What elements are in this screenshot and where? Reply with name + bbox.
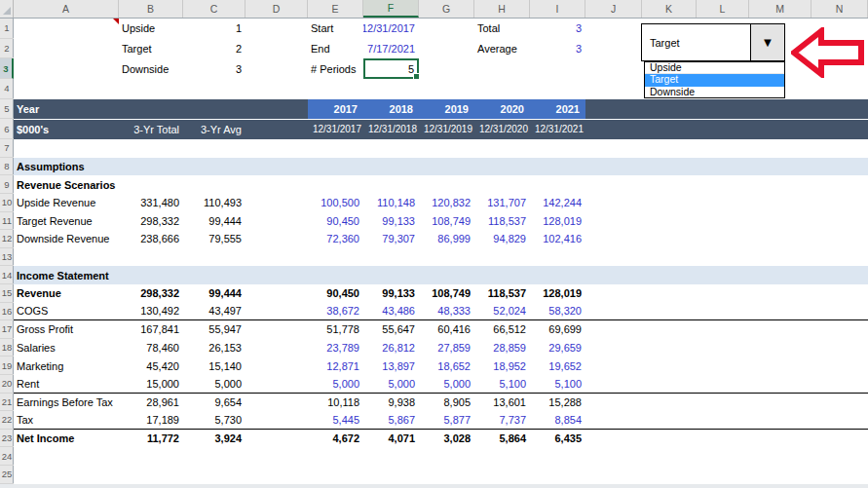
cell-G23[interactable]: 3,028	[419, 430, 474, 448]
cell-F21[interactable]: 9,938	[363, 394, 419, 412]
date-cell-2018[interactable]: 12/31/2018	[363, 120, 419, 140]
cell-I17[interactable]: 69,699	[530, 320, 585, 339]
row-header-18[interactable]: 18	[0, 339, 14, 357]
cell-E2[interactable]: End	[308, 39, 363, 59]
cell-E21[interactable]: 10,118	[308, 394, 363, 412]
row-header-10[interactable]: 10	[0, 194, 14, 212]
cell-C16[interactable]: 43,497	[183, 303, 245, 320]
cell-A10[interactable]: Upside Revenue	[14, 194, 119, 212]
cell-A18[interactable]: Salaries	[14, 339, 119, 357]
cell-B2[interactable]: Target	[119, 39, 183, 59]
cell-E17[interactable]: 51,778	[308, 320, 363, 339]
cell-I11[interactable]: 128,019	[530, 212, 585, 231]
cell-A22[interactable]: Tax	[14, 411, 119, 429]
date-cell-2020[interactable]: 12/31/2020	[474, 120, 530, 140]
column-header-H[interactable]: H	[474, 0, 530, 18]
cell-E19[interactable]: 12,871	[308, 357, 363, 375]
cell-F23[interactable]: 4,071	[363, 430, 419, 448]
cell-C12[interactable]: 79,555	[183, 230, 245, 248]
date-cell-2017[interactable]: 12/31/2017	[308, 120, 363, 140]
cell-C17[interactable]: 55,947	[183, 320, 245, 339]
row-header-15[interactable]: 15	[0, 284, 14, 303]
cell-H12[interactable]: 94,829	[474, 230, 530, 248]
column-header-E[interactable]: E	[308, 0, 363, 18]
cell-H22[interactable]: 7,737	[474, 411, 530, 429]
cell-G22[interactable]: 5,877	[419, 411, 474, 429]
cell-I20[interactable]: 5,100	[530, 375, 585, 393]
cell-A15[interactable]: Revenue	[14, 284, 119, 303]
cell-H23[interactable]: 5,864	[474, 430, 530, 448]
cell-G17[interactable]: 60,416	[419, 320, 474, 339]
row-header-24[interactable]: 24	[0, 447, 14, 466]
cell-E16[interactable]: 38,672	[308, 303, 363, 320]
cell-I18[interactable]: 29,659	[530, 339, 585, 357]
cell-C2[interactable]: 2	[183, 39, 245, 59]
column-header-A[interactable]: A	[14, 0, 119, 18]
cell-E1[interactable]: Start	[308, 19, 363, 39]
row-header-19[interactable]: 19	[0, 357, 14, 375]
cell-H20[interactable]: 5,100	[474, 375, 530, 393]
cell-I1[interactable]: 3	[530, 19, 585, 39]
row-header-6[interactable]: 6	[0, 120, 14, 140]
cell-A23[interactable]: Net Income	[14, 430, 119, 448]
cell-G19[interactable]: 18,652	[419, 357, 474, 375]
cell-H17[interactable]: 66,512	[474, 320, 530, 339]
cell-C22[interactable]: 5,730	[183, 411, 245, 429]
cell-C11[interactable]: 99,444	[183, 212, 245, 231]
cell-C10[interactable]: 110,493	[183, 194, 245, 212]
cell-H11[interactable]: 118,537	[474, 212, 530, 231]
cell-C18[interactable]: 26,153	[183, 339, 245, 357]
cell-C20[interactable]: 5,000	[183, 375, 245, 393]
row-header-7[interactable]: 7	[0, 139, 14, 158]
cell-B18[interactable]: 78,460	[119, 339, 183, 357]
cell-F20[interactable]: 5,000	[363, 375, 419, 393]
cell-I10[interactable]: 142,244	[530, 194, 585, 212]
row-header-8[interactable]: 8	[0, 158, 14, 176]
cell-F17[interactable]: 55,647	[363, 320, 419, 339]
cell-E15[interactable]: 90,450	[308, 284, 363, 303]
column-header-C[interactable]: C	[183, 0, 245, 18]
row-header-3[interactable]: 3	[0, 58, 14, 79]
column-header-N[interactable]: N	[811, 0, 868, 18]
cell-B11[interactable]: 298,332	[119, 212, 183, 231]
cell-F12[interactable]: 79,307	[363, 230, 419, 248]
scenario-dropdown-field[interactable]: Target	[641, 23, 751, 61]
cell-B16[interactable]: 130,492	[119, 303, 183, 320]
cell-F1[interactable]: 12/31/2017	[363, 19, 419, 39]
cell-C15[interactable]: 99,444	[183, 284, 245, 303]
fill-handle[interactable]	[413, 73, 420, 80]
column-header-I[interactable]: I	[530, 0, 585, 18]
year-cell-2021[interactable]: 2021	[530, 99, 585, 120]
cell-F2[interactable]: 7/17/2021	[363, 39, 419, 59]
active-cell-F3[interactable]: 5	[363, 58, 419, 79]
date-cell-2021[interactable]: 12/31/2021	[530, 120, 585, 140]
cell-B19[interactable]: 45,420	[119, 357, 183, 375]
cell-H10[interactable]: 131,707	[474, 194, 530, 212]
cell-C3[interactable]: 3	[183, 58, 245, 79]
cell-I23[interactable]: 6,435	[530, 430, 585, 448]
cell-C23[interactable]: 3,924	[183, 430, 245, 448]
cell-F11[interactable]: 99,133	[363, 212, 419, 231]
cell-A12[interactable]: Downside Revenue	[14, 230, 119, 248]
date-cell-2019[interactable]: 12/31/2019	[419, 120, 474, 140]
year-cell-2017[interactable]: 2017	[308, 99, 363, 120]
cell-G21[interactable]: 8,905	[419, 394, 474, 412]
cell-F22[interactable]: 5,867	[363, 411, 419, 429]
row-header-12[interactable]: 12	[0, 230, 14, 248]
cell-E22[interactable]: 5,445	[308, 411, 363, 429]
year-cell-2020[interactable]: 2020	[474, 99, 530, 120]
cell-I22[interactable]: 8,854	[530, 411, 585, 429]
row-header-11[interactable]: 11	[0, 212, 14, 231]
cell-B1[interactable]: Upside	[119, 19, 183, 39]
cell-H19[interactable]: 18,952	[474, 357, 530, 375]
cell-B21[interactable]: 28,961	[119, 394, 183, 412]
cell-B10[interactable]: 331,480	[119, 194, 183, 212]
year-cell-2019[interactable]: 2019	[419, 99, 474, 120]
cell-E10[interactable]: 100,500	[308, 194, 363, 212]
cell-H15[interactable]: 118,537	[474, 284, 530, 303]
row-header-22[interactable]: 22	[0, 411, 14, 430]
cell-G20[interactable]: 5,000	[419, 375, 474, 393]
row-header-17[interactable]: 17	[0, 320, 14, 339]
cell-G10[interactable]: 120,832	[419, 194, 474, 212]
column-header-B[interactable]: B	[119, 0, 183, 18]
